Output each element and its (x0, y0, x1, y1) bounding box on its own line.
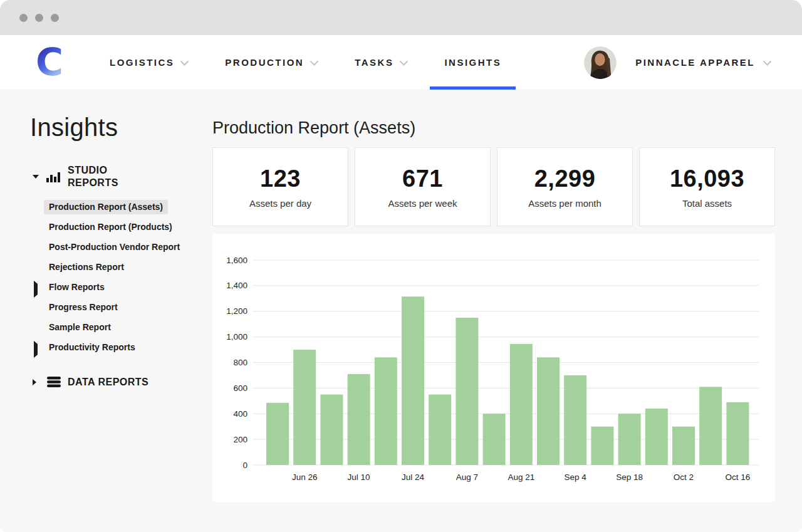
chevron-down-icon (399, 57, 409, 68)
x-axis-tick-label: Jul 10 (348, 472, 370, 482)
sidebar-sections: STUDIO REPORTSProduction Report (Assets)… (30, 164, 212, 389)
nav-tab-production[interactable]: PRODUCTION (225, 35, 319, 90)
sidebar-section-data-reports: DATA REPORTS (30, 376, 212, 389)
stat-card-total-assets: 16,093Total assets (639, 147, 775, 226)
bar[interactable] (456, 318, 478, 465)
caret-down-icon[interactable] (30, 175, 46, 179)
sidebar-section-header[interactable]: STUDIO REPORTS (30, 164, 212, 189)
chevron-down-icon (180, 57, 189, 68)
y-axis-tick-label: 0 (242, 461, 247, 470)
sidebar: Insights STUDIO REPORTSProduction Report… (0, 90, 212, 532)
sidebar-item: Flow Reports (30, 277, 212, 297)
nav-tab-label: TASKS (355, 57, 393, 68)
caret-right-icon[interactable] (30, 379, 46, 385)
caret-right-icon[interactable] (34, 344, 38, 355)
y-axis-tick-label: 400 (233, 409, 247, 419)
y-axis-tick-label: 800 (233, 358, 247, 367)
bar[interactable] (564, 375, 586, 465)
x-axis-tick-label: Oct 2 (674, 472, 694, 482)
stat-card-assets-per-week: 671Assets per week (355, 147, 491, 226)
sidebar-item-progress-report[interactable]: Progress Report (49, 302, 118, 313)
sidebar-section-header[interactable]: DATA REPORTS (30, 376, 212, 389)
sidebar-section-label: STUDIO REPORTS (68, 164, 149, 189)
sidebar-item: Production Report (Assets) (30, 197, 212, 217)
sidebar-section-studio-reports: STUDIO REPORTSProduction Report (Assets)… (30, 164, 212, 357)
bar[interactable] (483, 414, 506, 465)
app-window: C LOGISTICSPRODUCTIONTASKSINSIGHTS PINNA… (0, 0, 802, 532)
sidebar-item: Rejections Report (30, 257, 212, 277)
database-icon (46, 376, 68, 389)
stat-cards: 123Assets per day671Assets per week2,299… (212, 147, 775, 226)
bar[interactable] (293, 350, 316, 465)
stat-value: 16,093 (670, 165, 744, 192)
main-panel: Production Report (Assets) 123Assets per… (212, 90, 802, 532)
bar[interactable] (320, 395, 343, 465)
bar[interactable] (672, 427, 695, 465)
bar[interactable] (402, 296, 424, 465)
stat-card-assets-per-day: 123Assets per day (212, 147, 348, 226)
sidebar-item-sample-report[interactable]: Sample Report (49, 322, 111, 333)
sidebar-section-items: Production Report (Assets)Production Rep… (30, 197, 212, 357)
nav-tabs: LOGISTICSPRODUCTIONTASKSINSIGHTS (110, 35, 501, 90)
sidebar-item-production-report-products[interactable]: Production Report (Products) (49, 222, 172, 232)
account-name[interactable]: PINNACLE APPAREL (635, 57, 755, 68)
bar[interactable] (266, 403, 289, 465)
chart-panel: 02004006008001,0001,2001,4001,600Jun 26J… (212, 234, 775, 502)
sidebar-title: Insights (30, 113, 212, 142)
y-axis-tick-label: 1,000 (226, 332, 247, 342)
bar[interactable] (645, 409, 668, 465)
sidebar-item-flow-reports[interactable]: Flow Reports (49, 282, 105, 293)
bar[interactable] (429, 395, 451, 465)
window-control-maximize-icon[interactable] (51, 14, 59, 22)
sidebar-item-post-production-vendor-report[interactable]: Post-Production Vendor Report (49, 242, 180, 253)
bar[interactable] (537, 357, 560, 465)
window-control-minimize-icon[interactable] (35, 14, 43, 22)
bar[interactable] (591, 427, 613, 465)
bar[interactable] (726, 402, 749, 465)
bar[interactable] (699, 387, 722, 465)
app-logo[interactable]: C (31, 43, 68, 81)
sidebar-section-label: DATA REPORTS (68, 376, 148, 389)
bar[interactable] (510, 344, 533, 465)
nav-tab-label: PRODUCTION (225, 57, 304, 68)
x-axis-tick-label: Oct 16 (726, 472, 751, 482)
stat-value: 671 (402, 165, 443, 192)
account-menu[interactable]: PINNACLE APPAREL (584, 35, 772, 90)
x-axis-tick-label: Sep 4 (565, 472, 587, 482)
sidebar-item: Production Report (Products) (30, 217, 212, 237)
y-axis-tick-label: 200 (233, 435, 247, 444)
stat-label: Assets per month (528, 198, 602, 209)
stat-label: Assets per day (249, 198, 311, 209)
window-control-close-icon[interactable] (19, 14, 28, 22)
sidebar-item-productivity-reports[interactable]: Productivity Reports (49, 342, 135, 353)
x-axis-tick-label: Jun 26 (292, 472, 318, 482)
nav-tab-insights[interactable]: INSIGHTS (444, 35, 501, 90)
stat-value: 2,299 (534, 165, 596, 192)
nav-tab-label: INSIGHTS (444, 57, 501, 68)
assets-bar-chart: 02004006008001,0001,2001,4001,600Jun 26J… (212, 234, 775, 502)
avatar-face (595, 53, 605, 66)
bar[interactable] (618, 414, 641, 465)
avatar[interactable] (584, 46, 617, 79)
x-axis-tick-label: Sep 18 (616, 472, 643, 482)
page-content: Insights STUDIO REPORTSProduction Report… (0, 90, 802, 532)
y-axis-tick-label: 1,400 (226, 281, 247, 290)
sidebar-item: Sample Report (30, 317, 212, 337)
caret-right-icon[interactable] (34, 284, 38, 295)
sidebar-item-rejections-report[interactable]: Rejections Report (49, 262, 124, 273)
bar[interactable] (348, 374, 370, 465)
top-navbar: C LOGISTICSPRODUCTIONTASKSINSIGHTS PINNA… (0, 35, 802, 90)
sidebar-item-production-report-assets[interactable]: Production Report (Assets) (44, 200, 168, 214)
x-axis-tick-label: Jul 24 (402, 472, 425, 482)
chevron-down-icon (763, 57, 772, 68)
nav-tab-logistics[interactable]: LOGISTICS (110, 35, 189, 90)
x-axis-tick-label: Aug 7 (456, 472, 478, 482)
bar[interactable] (375, 357, 397, 465)
bar-chart-icon (46, 170, 68, 183)
x-axis-tick-label: Aug 21 (508, 472, 534, 482)
sidebar-item: Post-Production Vendor Report (30, 237, 212, 257)
nav-tab-tasks[interactable]: TASKS (355, 35, 409, 90)
stat-label: Assets per week (388, 198, 457, 209)
sidebar-item: Progress Report (30, 297, 212, 317)
stat-value: 123 (260, 165, 301, 192)
